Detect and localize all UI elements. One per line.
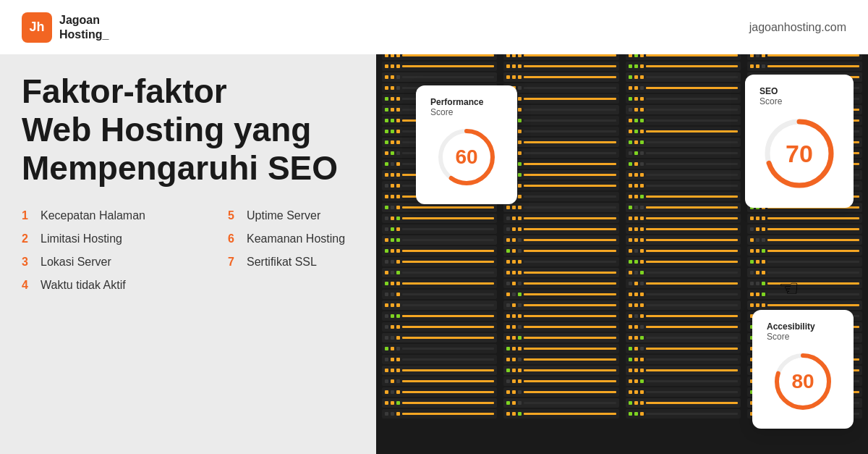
seo-gauge: 70	[760, 114, 839, 193]
logo-icon-text: Jh	[29, 20, 44, 35]
performance-card-subtitle: Score	[430, 107, 503, 117]
factor-num: 7	[228, 256, 239, 269]
accessibility-card: Accesibility Score 80	[752, 310, 854, 429]
factor-item: 4Waktu tidak Aktif	[22, 279, 199, 292]
factor-text: Sertifikat SSL	[247, 256, 317, 269]
factor-text: Keamanan Hosting	[247, 232, 345, 245]
factor-text: Uptime Server	[247, 209, 320, 222]
logo-icon: Jh	[22, 12, 52, 43]
factor-num: 6	[228, 232, 239, 245]
factor-num: 1	[22, 209, 33, 222]
factor-item: 6Keamanan Hosting	[228, 232, 405, 245]
brand-sub: Hosting_	[59, 28, 109, 41]
accessibility-card-subtitle: Score	[767, 332, 839, 342]
factor-item: 2Limitasi Hosting	[22, 232, 199, 245]
performance-card-title: Performance	[430, 97, 503, 107]
factor-num: 4	[22, 279, 33, 292]
brand-name: Jagoan	[59, 13, 109, 27]
factor-text: Limitasi Hosting	[41, 232, 122, 245]
performance-gauge: 60	[434, 125, 499, 190]
factor-num: 5	[228, 209, 239, 222]
factor-num: 3	[22, 256, 33, 269]
factors-list: 1Kecepatan Halaman2Limitasi Hosting3Loka…	[22, 209, 405, 292]
header-domain: jagoanhosting.com	[749, 21, 846, 34]
logo-text: Jagoan Hosting_	[59, 13, 109, 41]
page-container: Jh Jagoan Hosting_ jagoanhosting.com Fak…	[0, 0, 868, 454]
factor-item: 1Kecepatan Halaman	[22, 209, 199, 222]
seo-card: SEO Score 70	[745, 75, 854, 208]
title-line3: Mempengaruhi SEO	[22, 149, 338, 187]
header: Jh Jagoan Hosting_ jagoanhosting.com	[0, 0, 868, 54]
performance-card: Performance Score 60	[416, 85, 517, 204]
left-content: Faktor-faktor Web Hosting yang Mempengar…	[22, 72, 405, 292]
factor-text: Kecepatan Halaman	[41, 209, 145, 222]
factor-num: 2	[22, 232, 33, 245]
factor-item: 7Sertifikat SSL	[228, 256, 405, 269]
title-line1: Faktor-faktor	[22, 72, 227, 110]
cursor-hand: ☞	[778, 274, 799, 302]
factor-item: 3Lokasi Server	[22, 256, 199, 269]
accessibility-gauge: 80	[770, 349, 835, 414]
title-line2: Web Hosting yang	[22, 111, 311, 148]
logo-area: Jh Jagoan Hosting_	[22, 12, 109, 43]
factor-text: Waktu tidak Aktif	[41, 279, 126, 292]
accessibility-value: 80	[791, 370, 814, 393]
main-title: Faktor-faktor Web Hosting yang Mempengar…	[22, 72, 405, 188]
factor-item: 5Uptime Server	[228, 209, 405, 222]
seo-card-subtitle: Score	[760, 96, 839, 106]
accessibility-card-title: Accesibility	[767, 321, 839, 332]
factor-text: Lokasi Server	[41, 256, 111, 269]
seo-card-title: SEO	[760, 86, 839, 96]
seo-value: 70	[786, 140, 813, 168]
performance-value: 60	[455, 146, 477, 169]
